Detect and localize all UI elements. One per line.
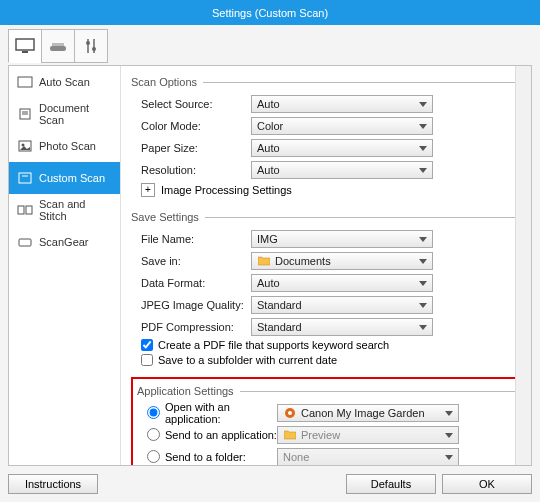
sidebar-item-photo-scan[interactable]: Photo Scan <box>9 130 120 162</box>
svg-rect-0 <box>16 39 34 50</box>
send-folder-dropdown[interactable]: None <box>277 448 459 466</box>
send-app-radio[interactable] <box>147 428 160 441</box>
resolution-label: Resolution: <box>131 164 251 176</box>
tab-general-settings[interactable] <box>74 29 108 63</box>
tab-scan-from-computer[interactable] <box>8 29 42 63</box>
image-processing-label: Image Processing Settings <box>161 184 292 196</box>
stitch-icon <box>17 204 33 216</box>
resolution-dropdown[interactable]: Auto <box>251 161 433 179</box>
data-format-dropdown[interactable]: Auto <box>251 274 433 292</box>
pdf-keyword-label: Create a PDF file that supports keyword … <box>158 339 389 351</box>
jpeg-quality-label: JPEG Image Quality: <box>131 299 251 311</box>
select-source-label: Select Source: <box>131 98 251 110</box>
vertical-scrollbar[interactable] <box>515 66 531 465</box>
send-folder-radio[interactable] <box>147 450 160 463</box>
scan-options-legend: Scan Options <box>131 76 203 88</box>
preview-icon <box>283 429 297 441</box>
application-settings-legend: Application Settings <box>137 385 240 397</box>
sidebar: Auto Scan Document Scan Photo Scan Custo… <box>9 66 121 465</box>
application-settings-highlight: Application Settings Open with an applic… <box>131 377 521 465</box>
svg-point-20 <box>288 411 292 415</box>
save-settings-legend: Save Settings <box>131 211 205 223</box>
app-icon <box>283 407 297 419</box>
svg-point-7 <box>92 47 96 51</box>
defaults-button[interactable]: Defaults <box>346 474 436 494</box>
jpeg-quality-dropdown[interactable]: Standard <box>251 296 433 314</box>
sidebar-item-custom-scan[interactable]: Custom Scan <box>9 162 120 194</box>
main-area: Auto Scan Document Scan Photo Scan Custo… <box>8 65 532 466</box>
instructions-button[interactable]: Instructions <box>8 474 98 494</box>
custom-icon <box>17 172 33 184</box>
sidebar-item-scangear[interactable]: ScanGear <box>9 226 120 258</box>
pdf-compression-dropdown[interactable]: Standard <box>251 318 433 336</box>
window-content: Auto Scan Document Scan Photo Scan Custo… <box>0 25 540 502</box>
paper-size-label: Paper Size: <box>131 142 251 154</box>
save-settings-group: Save Settings File Name: IMG Save in: Do… <box>131 211 521 369</box>
sidebar-item-auto-scan[interactable]: Auto Scan <box>9 66 120 98</box>
pdf-keyword-checkbox[interactable] <box>141 339 153 351</box>
scangear-icon <box>17 236 33 248</box>
svg-rect-3 <box>52 43 64 46</box>
monitor-icon <box>15 38 35 54</box>
save-in-label: Save in: <box>131 255 251 267</box>
sidebar-item-document-scan[interactable]: Document Scan <box>9 98 120 130</box>
title-bar: Settings (Custom Scan) <box>0 0 540 25</box>
settings-window: Settings (Custom Scan) Auto Scan <box>0 0 540 502</box>
open-with-dropdown[interactable]: Canon My Image Garden <box>277 404 459 422</box>
photo-icon <box>17 140 33 152</box>
paper-size-dropdown[interactable]: Auto <box>251 139 433 157</box>
sidebar-item-label: Document Scan <box>39 102 112 126</box>
svg-point-6 <box>86 41 90 45</box>
subfolder-label: Save to a subfolder with current date <box>158 354 337 366</box>
tab-scan-from-panel[interactable] <box>41 29 75 63</box>
scan-options-group: Scan Options Select Source: Auto Color M… <box>131 76 521 203</box>
bottom-button-bar: Instructions Defaults OK <box>8 466 532 496</box>
sidebar-item-scan-and-stitch[interactable]: Scan and Stitch <box>9 194 120 226</box>
sliders-icon <box>83 37 99 55</box>
scanner-icon <box>48 39 68 53</box>
send-folder-label: Send to a folder: <box>165 451 277 463</box>
svg-rect-8 <box>18 77 32 87</box>
svg-rect-18 <box>19 239 31 246</box>
color-mode-dropdown[interactable]: Color <box>251 117 433 135</box>
ok-button[interactable]: OK <box>442 474 532 494</box>
subfolder-checkbox[interactable] <box>141 354 153 366</box>
document-icon <box>17 108 33 120</box>
sidebar-item-label: Auto Scan <box>39 76 90 88</box>
svg-rect-14 <box>19 173 31 183</box>
folder-icon <box>257 255 271 267</box>
open-with-radio[interactable] <box>147 406 160 419</box>
open-with-label: Open with an application: <box>165 401 277 425</box>
auto-icon <box>17 76 33 88</box>
image-processing-expander[interactable]: + Image Processing Settings <box>131 183 521 197</box>
pdf-compression-label: PDF Compression: <box>131 321 251 333</box>
file-name-combo[interactable]: IMG <box>251 230 433 248</box>
settings-pane: Scan Options Select Source: Auto Color M… <box>121 66 531 465</box>
application-settings-group: Application Settings Open with an applic… <box>137 385 515 465</box>
file-name-label: File Name: <box>131 233 251 245</box>
toolbar-tabs <box>8 25 532 65</box>
select-source-dropdown[interactable]: Auto <box>251 95 433 113</box>
sidebar-item-label: Photo Scan <box>39 140 96 152</box>
svg-rect-16 <box>18 206 24 214</box>
window-title: Settings (Custom Scan) <box>212 7 328 19</box>
sidebar-item-label: Scan and Stitch <box>39 198 112 222</box>
svg-rect-17 <box>26 206 32 214</box>
svg-rect-1 <box>22 51 28 53</box>
save-in-dropdown[interactable]: Documents <box>251 252 433 270</box>
sidebar-item-label: ScanGear <box>39 236 89 248</box>
sidebar-item-label: Custom Scan <box>39 172 105 184</box>
data-format-label: Data Format: <box>131 277 251 289</box>
plus-icon: + <box>141 183 155 197</box>
color-mode-label: Color Mode: <box>131 120 251 132</box>
svg-rect-2 <box>50 46 66 51</box>
send-app-label: Send to an application: <box>165 429 277 441</box>
send-app-dropdown[interactable]: Preview <box>277 426 459 444</box>
